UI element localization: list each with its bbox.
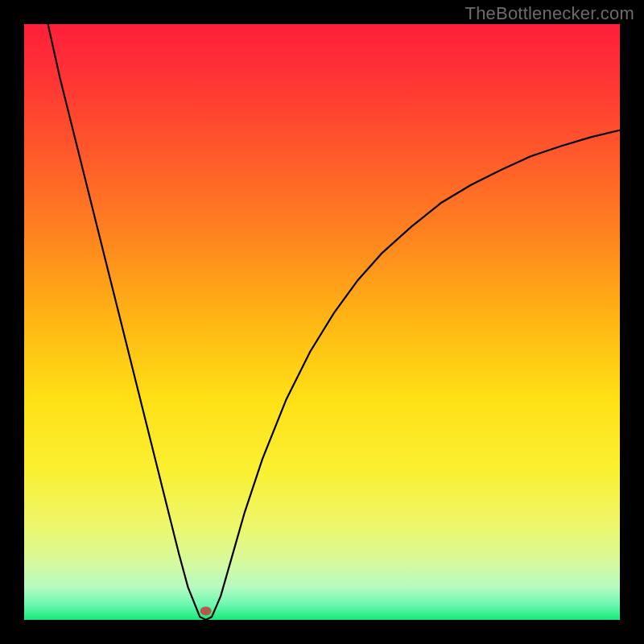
plot-area	[24, 24, 620, 620]
chart-frame: TheBottlenecker.com	[0, 0, 644, 644]
gradient-background	[24, 24, 620, 620]
attribution-label: TheBottlenecker.com	[465, 3, 634, 24]
optimal-point-marker	[200, 606, 212, 615]
bottleneck-chart	[24, 24, 620, 620]
